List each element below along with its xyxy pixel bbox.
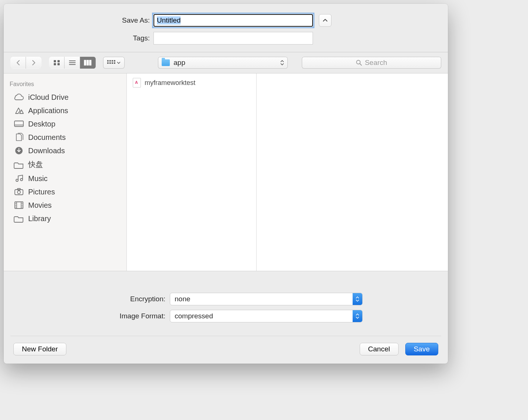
list-view-button[interactable] — [65, 57, 80, 69]
cancel-button[interactable]: Cancel — [360, 343, 399, 355]
chevron-left-icon — [16, 60, 20, 66]
save-form: Save As: Tags: — [4, 4, 448, 52]
sidebar-item-label: Downloads — [28, 147, 65, 155]
location-text: app — [174, 59, 277, 67]
svg-rect-7 — [84, 60, 86, 65]
svg-rect-1 — [57, 60, 60, 62]
sidebar-item-kuaipan[interactable]: 快盘 — [4, 157, 126, 172]
sidebar-item-pictures[interactable]: Pictures — [4, 185, 126, 198]
updown-icon — [280, 60, 284, 65]
sidebar-item-label: Library — [28, 214, 51, 223]
encryption-select[interactable]: none — [170, 293, 363, 305]
collapse-toggle-button[interactable] — [319, 14, 331, 27]
format-value: compressed — [170, 312, 353, 320]
sidebar-item-label: Documents — [28, 133, 66, 142]
folder-icon — [162, 59, 170, 66]
arrange-icon — [107, 60, 115, 65]
applications-icon — [13, 106, 24, 115]
sidebar-item-label: Applications — [28, 106, 68, 115]
svg-rect-8 — [87, 60, 89, 65]
format-row: Image Format: compressed — [18, 310, 434, 322]
app-file-icon — [133, 78, 141, 88]
icon-view-button[interactable] — [49, 57, 65, 69]
column-view-button[interactable] — [80, 57, 96, 69]
sidebar-item-applications[interactable]: Applications — [4, 104, 126, 117]
downloads-icon — [13, 146, 24, 155]
sidebar-item-label: 快盘 — [28, 160, 43, 170]
file-item[interactable]: myframeworktest — [131, 77, 252, 88]
svg-rect-15 — [109, 62, 111, 64]
location-popup[interactable]: app — [158, 57, 288, 69]
movies-icon — [13, 201, 24, 210]
encryption-value: none — [170, 295, 353, 303]
music-icon — [13, 174, 24, 183]
svg-rect-14 — [107, 62, 109, 64]
tags-input[interactable] — [154, 32, 313, 45]
sidebar-item-library[interactable]: Library — [4, 212, 126, 225]
view-mode-group — [49, 57, 96, 69]
arrange-button[interactable] — [103, 57, 125, 69]
chevron-right-icon — [32, 60, 36, 66]
folder-icon — [13, 214, 24, 223]
save-as-input[interactable] — [154, 14, 313, 27]
encryption-row: Encryption: none — [18, 293, 434, 305]
sidebar-item-label: Pictures — [28, 188, 55, 196]
svg-rect-20 — [14, 121, 23, 127]
search-icon — [356, 60, 362, 66]
documents-icon — [13, 133, 24, 142]
svg-rect-2 — [54, 63, 56, 65]
format-label: Image Format: — [18, 312, 170, 320]
sidebar-item-documents[interactable]: Documents — [4, 131, 126, 144]
sidebar-item-music[interactable]: Music — [4, 172, 126, 185]
file-browser: Favorites iCloud Drive Applications Desk… — [4, 73, 448, 271]
sidebar-item-desktop[interactable]: Desktop — [4, 117, 126, 131]
updown-icon — [353, 310, 362, 322]
tags-label: Tags: — [11, 34, 154, 42]
svg-rect-0 — [54, 60, 56, 62]
pictures-icon — [13, 187, 24, 196]
sidebar-item-label: iCloud Drive — [28, 93, 69, 102]
nav-group — [10, 57, 42, 69]
back-button[interactable] — [10, 57, 26, 69]
sidebar-item-label: Music — [28, 174, 47, 183]
desktop-icon — [13, 119, 24, 128]
sidebar-item-downloads[interactable]: Downloads — [4, 144, 126, 157]
dialog-footer: New Folder Cancel Save — [4, 343, 448, 364]
format-select[interactable]: compressed — [170, 310, 363, 322]
svg-rect-10 — [107, 60, 109, 62]
search-placeholder: Search — [365, 59, 387, 67]
column-2 — [257, 73, 448, 271]
save-button[interactable]: Save — [405, 343, 438, 355]
column-1: myframeworktest — [127, 73, 257, 271]
columns-icon — [84, 60, 92, 66]
grid-icon — [53, 60, 60, 66]
browser-toolbar: app Search — [4, 52, 448, 73]
forward-button[interactable] — [26, 57, 42, 69]
tags-row: Tags: — [11, 32, 440, 45]
chevron-up-icon — [323, 19, 328, 22]
svg-line-19 — [360, 64, 362, 66]
search-field[interactable]: Search — [302, 57, 441, 69]
svg-point-24 — [17, 191, 20, 194]
file-name: myframeworktest — [145, 79, 195, 87]
svg-rect-23 — [15, 190, 23, 195]
svg-rect-17 — [114, 62, 115, 64]
sidebar-item-icloud[interactable]: iCloud Drive — [4, 91, 126, 104]
save-dialog: Save As: Tags: — [4, 4, 448, 364]
svg-rect-3 — [57, 63, 60, 65]
svg-rect-12 — [112, 60, 113, 62]
svg-rect-16 — [112, 62, 113, 64]
cloud-icon — [13, 93, 24, 102]
svg-rect-11 — [109, 60, 111, 62]
svg-rect-9 — [89, 60, 91, 65]
sidebar-item-movies[interactable]: Movies — [4, 198, 126, 212]
new-folder-button[interactable]: New Folder — [13, 343, 66, 355]
encryption-label: Encryption: — [18, 295, 170, 303]
folder-icon — [13, 160, 24, 169]
list-icon — [69, 60, 76, 65]
save-as-row: Save As: — [11, 14, 440, 27]
sidebar-item-label: Desktop — [28, 120, 55, 128]
save-as-label: Save As: — [11, 16, 154, 24]
sidebar: Favorites iCloud Drive Applications Desk… — [4, 73, 127, 271]
sidebar-header: Favorites — [4, 79, 126, 91]
